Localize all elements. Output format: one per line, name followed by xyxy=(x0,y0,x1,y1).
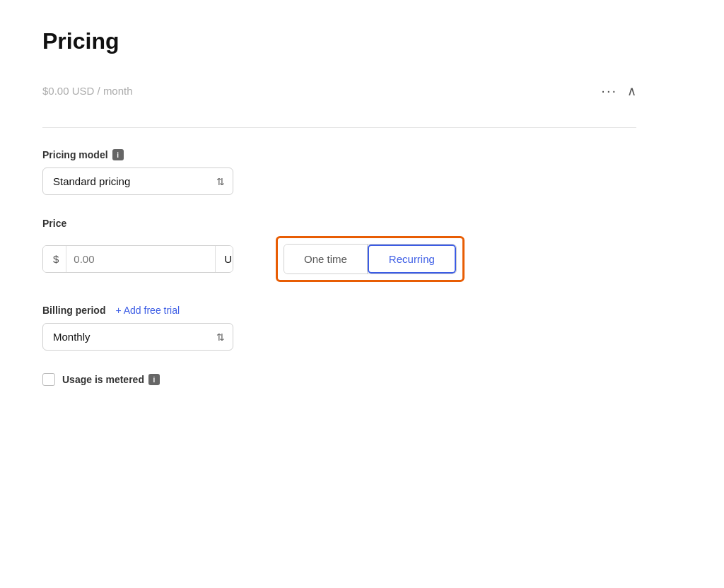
price-summary-row: $0.00 USD / month ··· ∧ xyxy=(42,83,636,106)
billing-period-label: Billing period xyxy=(42,305,105,316)
billing-period-select-wrapper: Monthly Weekly Every 3 months Every 6 mo… xyxy=(42,323,233,351)
more-options-icon[interactable]: ··· xyxy=(601,83,617,99)
price-section: Price $ USD EUR GBP CAD ⇅ One time xyxy=(42,218,636,282)
collapse-icon[interactable]: ∧ xyxy=(627,83,636,99)
recurring-button[interactable]: Recurring xyxy=(368,245,456,274)
billing-period-header: Billing period + Add free trial xyxy=(42,305,636,316)
price-field-label: Price xyxy=(42,218,636,229)
usage-metered-checkbox[interactable] xyxy=(42,373,55,386)
price-input-group: $ USD EUR GBP CAD ⇅ xyxy=(42,245,233,273)
billing-period-select[interactable]: Monthly Weekly Every 3 months Every 6 mo… xyxy=(42,323,233,351)
usage-metered-info-icon[interactable]: i xyxy=(148,374,160,385)
currency-symbol: $ xyxy=(43,246,66,272)
pricing-model-section: Pricing model i Standard pricing Package… xyxy=(42,149,636,195)
price-amount-input[interactable] xyxy=(66,246,215,272)
billing-type-group: One time Recurring xyxy=(284,244,457,274)
billing-period-section: Billing period + Add free trial Monthly … xyxy=(42,305,636,351)
recurring-highlight-wrapper: One time Recurring xyxy=(276,236,465,282)
add-free-trial-button[interactable]: + Add free trial xyxy=(115,305,180,316)
currency-select-wrapper: USD EUR GBP CAD ⇅ xyxy=(215,246,233,272)
price-section-row: $ USD EUR GBP CAD ⇅ One time Recurring xyxy=(42,236,636,282)
currency-select[interactable]: USD EUR GBP CAD xyxy=(216,246,233,272)
section-divider xyxy=(42,127,636,128)
page-container: Pricing $0.00 USD / month ··· ∧ Pricing … xyxy=(0,0,679,437)
pricing-model-select[interactable]: Standard pricing Package pricing Graduat… xyxy=(42,167,233,195)
page-title: Pricing xyxy=(42,28,636,54)
usage-metered-label: Usage is metered i xyxy=(62,374,160,385)
usage-metered-section: Usage is metered i xyxy=(42,373,636,386)
one-time-button[interactable]: One time xyxy=(284,245,368,274)
price-summary-text: $0.00 USD / month xyxy=(42,85,133,97)
pricing-model-info-icon[interactable]: i xyxy=(112,149,124,160)
pricing-model-select-wrapper: Standard pricing Package pricing Graduat… xyxy=(42,167,233,195)
price-summary-actions: ··· ∧ xyxy=(601,83,636,99)
pricing-model-label: Pricing model i xyxy=(42,149,636,160)
